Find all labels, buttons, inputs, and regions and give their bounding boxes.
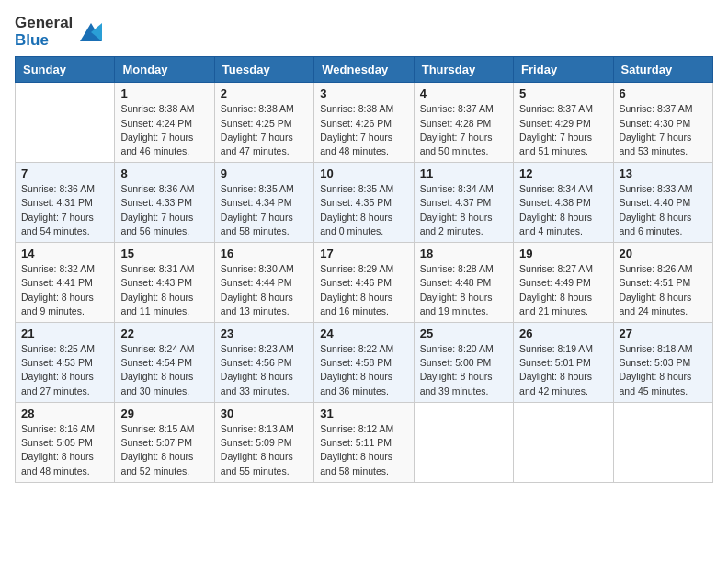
day-number: 13: [620, 167, 707, 180]
day-info: Sunrise: 8:25 AMSunset: 4:53 PMDaylight:…: [21, 342, 108, 398]
header-monday: Monday: [115, 57, 214, 83]
calendar-cell: 19Sunrise: 8:27 AMSunset: 4:49 PMDayligh…: [514, 243, 613, 323]
day-info: Sunrise: 8:33 AMSunset: 4:40 PMDaylight:…: [620, 182, 707, 238]
day-info: Sunrise: 8:36 AMSunset: 4:31 PMDaylight:…: [21, 182, 108, 238]
header-friday: Friday: [514, 57, 613, 83]
day-number: 28: [21, 407, 108, 420]
calendar-cell: 31Sunrise: 8:12 AMSunset: 5:11 PMDayligh…: [314, 402, 414, 482]
calendar-week-3: 14Sunrise: 8:32 AMSunset: 4:41 PMDayligh…: [16, 243, 713, 323]
calendar-week-1: 1Sunrise: 8:38 AMSunset: 4:24 PMDaylight…: [16, 83, 713, 163]
calendar-cell: 18Sunrise: 8:28 AMSunset: 4:48 PMDayligh…: [414, 243, 513, 323]
calendar-cell: 8Sunrise: 8:36 AMSunset: 4:33 PMDaylight…: [115, 163, 214, 243]
calendar-cell: 25Sunrise: 8:20 AMSunset: 5:00 PMDayligh…: [414, 323, 513, 403]
calendar-cell: [414, 402, 513, 482]
calendar-cell: 5Sunrise: 8:37 AMSunset: 4:29 PMDaylight…: [514, 83, 613, 163]
day-info: Sunrise: 8:12 AMSunset: 5:11 PMDaylight:…: [320, 422, 407, 478]
day-info: Sunrise: 8:29 AMSunset: 4:46 PMDaylight:…: [320, 262, 407, 318]
calendar-cell: 12Sunrise: 8:34 AMSunset: 4:38 PMDayligh…: [514, 163, 613, 243]
day-number: 26: [519, 327, 607, 340]
day-number: 16: [221, 247, 308, 260]
day-number: 2: [221, 86, 308, 100]
day-info: Sunrise: 8:36 AMSunset: 4:33 PMDaylight:…: [120, 182, 208, 238]
day-number: 6: [620, 86, 707, 100]
calendar-cell: [613, 402, 712, 482]
calendar-week-2: 7Sunrise: 8:36 AMSunset: 4:31 PMDaylight…: [16, 163, 713, 243]
calendar-week-4: 21Sunrise: 8:25 AMSunset: 4:53 PMDayligh…: [16, 323, 713, 403]
day-info: Sunrise: 8:38 AMSunset: 4:26 PMDaylight:…: [320, 102, 407, 158]
day-number: 31: [320, 407, 407, 420]
day-info: Sunrise: 8:19 AMSunset: 5:01 PMDaylight:…: [519, 342, 607, 398]
calendar-cell: 27Sunrise: 8:18 AMSunset: 5:03 PMDayligh…: [613, 323, 712, 403]
day-info: Sunrise: 8:27 AMSunset: 4:49 PMDaylight:…: [519, 262, 607, 318]
day-number: 5: [519, 86, 607, 100]
logo-icon: [76, 19, 106, 45]
calendar-cell: [16, 83, 115, 163]
calendar-cell: 21Sunrise: 8:25 AMSunset: 4:53 PMDayligh…: [16, 323, 115, 403]
logo-general: General: [15, 15, 73, 32]
calendar-cell: 6Sunrise: 8:37 AMSunset: 4:30 PMDaylight…: [613, 83, 712, 163]
day-info: Sunrise: 8:13 AMSunset: 5:09 PMDaylight:…: [221, 422, 308, 478]
day-info: Sunrise: 8:15 AMSunset: 5:07 PMDaylight:…: [120, 422, 208, 478]
day-info: Sunrise: 8:18 AMSunset: 5:03 PMDaylight:…: [620, 342, 707, 398]
day-info: Sunrise: 8:32 AMSunset: 4:41 PMDaylight:…: [21, 262, 108, 318]
calendar-cell: 14Sunrise: 8:32 AMSunset: 4:41 PMDayligh…: [16, 243, 115, 323]
day-info: Sunrise: 8:37 AMSunset: 4:28 PMDaylight:…: [420, 102, 507, 158]
calendar-cell: 22Sunrise: 8:24 AMSunset: 4:54 PMDayligh…: [115, 323, 214, 403]
calendar-cell: 20Sunrise: 8:26 AMSunset: 4:51 PMDayligh…: [613, 243, 712, 323]
day-number: 1: [120, 86, 208, 100]
day-info: Sunrise: 8:16 AMSunset: 5:05 PMDaylight:…: [21, 422, 108, 478]
day-info: Sunrise: 8:30 AMSunset: 4:44 PMDaylight:…: [221, 262, 308, 318]
header-saturday: Saturday: [613, 57, 712, 83]
day-info: Sunrise: 8:28 AMSunset: 4:48 PMDaylight:…: [420, 262, 507, 318]
calendar-cell: 1Sunrise: 8:38 AMSunset: 4:24 PMDaylight…: [115, 83, 214, 163]
calendar-cell: 13Sunrise: 8:33 AMSunset: 4:40 PMDayligh…: [613, 163, 712, 243]
day-number: 9: [221, 167, 308, 180]
calendar-cell: 26Sunrise: 8:19 AMSunset: 5:01 PMDayligh…: [514, 323, 613, 403]
day-number: 22: [120, 327, 208, 340]
day-number: 21: [21, 327, 108, 340]
header-thursday: Thursday: [414, 57, 513, 83]
day-number: 17: [320, 247, 407, 260]
day-number: 25: [420, 327, 507, 340]
day-number: 27: [620, 327, 707, 340]
calendar-cell: [514, 402, 613, 482]
page-header: General Blue: [15, 15, 713, 49]
calendar-cell: 29Sunrise: 8:15 AMSunset: 5:07 PMDayligh…: [115, 402, 214, 482]
day-number: 15: [120, 247, 208, 260]
day-number: 8: [120, 167, 208, 180]
calendar-cell: 15Sunrise: 8:31 AMSunset: 4:43 PMDayligh…: [115, 243, 214, 323]
calendar-cell: 30Sunrise: 8:13 AMSunset: 5:09 PMDayligh…: [214, 402, 313, 482]
calendar-cell: 17Sunrise: 8:29 AMSunset: 4:46 PMDayligh…: [314, 243, 414, 323]
calendar-cell: 23Sunrise: 8:23 AMSunset: 4:56 PMDayligh…: [214, 323, 313, 403]
calendar-table: SundayMondayTuesdayWednesdayThursdayFrid…: [15, 56, 713, 482]
calendar-header-row: SundayMondayTuesdayWednesdayThursdayFrid…: [16, 57, 713, 83]
day-number: 11: [420, 167, 507, 180]
calendar-week-5: 28Sunrise: 8:16 AMSunset: 5:05 PMDayligh…: [16, 402, 713, 482]
day-number: 3: [320, 86, 407, 100]
header-tuesday: Tuesday: [214, 57, 313, 83]
calendar-cell: 4Sunrise: 8:37 AMSunset: 4:28 PMDaylight…: [414, 83, 513, 163]
day-info: Sunrise: 8:38 AMSunset: 4:25 PMDaylight:…: [221, 102, 308, 158]
header-sunday: Sunday: [16, 57, 115, 83]
day-number: 24: [320, 327, 407, 340]
day-number: 19: [519, 247, 607, 260]
day-number: 10: [320, 167, 407, 180]
calendar-cell: 3Sunrise: 8:38 AMSunset: 4:26 PMDaylight…: [314, 83, 414, 163]
day-number: 4: [420, 86, 507, 100]
day-number: 14: [21, 247, 108, 260]
day-info: Sunrise: 8:22 AMSunset: 4:58 PMDaylight:…: [320, 342, 407, 398]
day-info: Sunrise: 8:37 AMSunset: 4:29 PMDaylight:…: [519, 102, 607, 158]
calendar-cell: 9Sunrise: 8:35 AMSunset: 4:34 PMDaylight…: [214, 163, 313, 243]
day-info: Sunrise: 8:23 AMSunset: 4:56 PMDaylight:…: [221, 342, 308, 398]
day-info: Sunrise: 8:35 AMSunset: 4:35 PMDaylight:…: [320, 182, 407, 238]
calendar-cell: 10Sunrise: 8:35 AMSunset: 4:35 PMDayligh…: [314, 163, 414, 243]
day-info: Sunrise: 8:34 AMSunset: 4:38 PMDaylight:…: [519, 182, 607, 238]
calendar-cell: 24Sunrise: 8:22 AMSunset: 4:58 PMDayligh…: [314, 323, 414, 403]
logo: General Blue: [15, 15, 106, 49]
day-info: Sunrise: 8:24 AMSunset: 4:54 PMDaylight:…: [120, 342, 208, 398]
day-info: Sunrise: 8:38 AMSunset: 4:24 PMDaylight:…: [120, 102, 208, 158]
day-info: Sunrise: 8:26 AMSunset: 4:51 PMDaylight:…: [620, 262, 707, 318]
day-number: 29: [120, 407, 208, 420]
day-number: 7: [21, 167, 108, 180]
calendar-cell: 7Sunrise: 8:36 AMSunset: 4:31 PMDaylight…: [16, 163, 115, 243]
